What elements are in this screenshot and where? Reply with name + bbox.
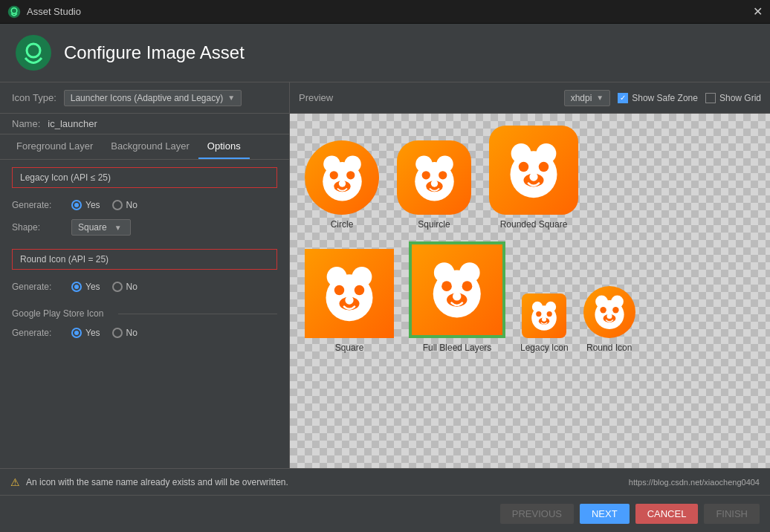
legacy-shape-label: Shape:: [12, 222, 64, 233]
round-no-radio[interactable]: No: [112, 282, 138, 292]
round-label: Round Icon: [586, 343, 632, 353]
svg-point-17: [430, 180, 437, 186]
legacy-shape-dropdown[interactable]: Square ▼: [71, 219, 131, 236]
cancel-button[interactable]: CANCEL: [635, 504, 699, 524]
preview-area: Circle: [290, 114, 770, 468]
window-title: Asset Studio: [27, 6, 81, 17]
tab-background-layer[interactable]: Background Layer: [102, 134, 198, 159]
grid-check-icon: [705, 93, 716, 103]
status-link: https://blog.csdn.net/xiaocheng0404: [629, 478, 760, 487]
legacy-yes-radio[interactable]: Yes: [71, 200, 100, 210]
round-no-label: No: [126, 282, 138, 292]
icon-type-value: Launcher Icons (Adaptive and Legacy): [71, 93, 223, 103]
svg-point-35: [441, 282, 452, 292]
svg-point-10: [338, 180, 345, 186]
footer: PREVIOUS NEXT CANCEL FINISH: [0, 495, 770, 532]
legacy-shape-row: Shape: Square ▼: [12, 215, 277, 240]
content-area: Icon Type: Launcher Icons (Adaptive and …: [0, 82, 770, 468]
google-play-no-radio[interactable]: No: [112, 328, 138, 338]
close-button[interactable]: ✕: [753, 4, 763, 19]
icons-row-2: Square: [305, 241, 755, 353]
previous-button[interactable]: PREVIOUS: [500, 504, 574, 524]
icon-type-dropdown[interactable]: Launcher Icons (Adaptive and Legacy) ▼: [64, 90, 242, 106]
legacy-no-radio-button[interactable]: [112, 200, 123, 210]
round-yes-radio-button[interactable]: [71, 282, 82, 292]
round-generate-label: Generate:: [12, 282, 64, 292]
show-grid-checkbox[interactable]: Show Grid: [705, 93, 761, 103]
rounded-square-icon-item: Rounded Square: [489, 126, 578, 230]
svg-point-15: [439, 171, 447, 179]
chevron-down-icon-2: ▼: [114, 224, 122, 232]
show-grid-label: Show Grid: [719, 93, 761, 103]
round-yes-label: Yes: [85, 282, 100, 292]
google-play-yes-radio-button[interactable]: [71, 328, 82, 338]
icons-container: Circle: [290, 114, 770, 468]
status-message: An icon with the same name already exist…: [26, 477, 288, 487]
google-play-label-row: Google Play Store Icon: [12, 304, 277, 323]
google-play-generate-radio-group: Yes No: [71, 328, 138, 338]
name-label: Name:: [12, 118, 40, 129]
round-icon-section-header: Round Icon (API = 25): [12, 249, 277, 270]
show-safe-zone-label: Show Safe Zone: [632, 93, 698, 103]
google-play-no-radio-button[interactable]: [112, 328, 123, 338]
legacy-no-radio[interactable]: No: [112, 200, 138, 210]
legacy-no-label: No: [126, 200, 138, 210]
icon-type-label: Icon Type:: [12, 92, 56, 103]
preview-controls-bar: Preview xhdpi ▼ ✓ Show Safe Zone Show Gr…: [290, 82, 770, 114]
legacy-icon-shape: [522, 293, 566, 338]
legacy-label: Legacy Icon: [520, 343, 569, 353]
full-bleed-icon-shape: [409, 241, 505, 338]
round-icon-item: Round Icon: [583, 286, 635, 353]
square-label: Square: [335, 343, 364, 353]
svg-point-50: [612, 307, 618, 313]
rounded-square-icon-shape: [489, 126, 578, 215]
show-safe-zone-checkbox[interactable]: ✓ Show Safe Zone: [618, 93, 698, 103]
left-panel: Icon Type: Launcher Icons (Adaptive and …: [0, 82, 290, 468]
tab-foreground-layer[interactable]: Foreground Layer: [7, 134, 102, 159]
density-dropdown[interactable]: xhdpi ▼: [564, 90, 611, 106]
svg-point-8: [346, 171, 355, 179]
circle-icon-item: Circle: [305, 140, 379, 230]
svg-point-21: [519, 162, 529, 172]
android-studio-logo: [15, 34, 52, 71]
tabs-bar: Foreground Layer Background Layer Option…: [0, 134, 289, 160]
google-play-no-label: No: [126, 328, 138, 338]
circle-icon-shape: [305, 140, 379, 215]
round-generate-row: Generate: Yes No: [12, 277, 277, 296]
svg-point-7: [329, 171, 337, 179]
svg-point-31: [345, 296, 353, 304]
chevron-down-icon-3: ▼: [596, 94, 604, 102]
warning-icon: ⚠: [10, 476, 20, 488]
google-play-yes-radio[interactable]: Yes: [71, 328, 100, 338]
chevron-down-icon: ▼: [227, 94, 235, 102]
svg-point-29: [355, 285, 365, 296]
rounded-square-label: Rounded Square: [500, 219, 568, 230]
legacy-generate-label: Generate:: [12, 200, 64, 210]
squircle-icon-shape: [397, 140, 471, 215]
header: Configure Image Asset: [0, 24, 770, 82]
finish-button[interactable]: FINISH: [704, 504, 760, 524]
svg-point-49: [600, 307, 606, 313]
safe-zone-check-icon: ✓: [618, 93, 628, 103]
status-bar: ⚠ An icon with the same name already exi…: [0, 468, 770, 495]
round-icon-shape: [583, 286, 635, 338]
round-no-radio-button[interactable]: [112, 282, 123, 292]
round-yes-radio[interactable]: Yes: [71, 282, 100, 292]
svg-point-2: [16, 35, 51, 71]
page-title: Configure Image Asset: [64, 42, 245, 63]
squircle-label: Squircle: [418, 219, 450, 230]
next-button[interactable]: NEXT: [580, 504, 630, 524]
full-bleed-icon-item: Full Bleed Layers: [409, 241, 505, 353]
svg-point-38: [453, 292, 461, 300]
icons-row-1: Circle: [305, 126, 755, 230]
svg-point-24: [529, 172, 537, 181]
density-value: xhdpi: [571, 93, 592, 103]
square-icon-item: Square: [305, 249, 394, 353]
title-bar-left: Asset Studio: [7, 5, 81, 19]
name-value: ic_launcher: [48, 118, 97, 129]
legacy-generate-row: Generate: Yes No: [12, 195, 277, 215]
tab-options[interactable]: Options: [198, 134, 250, 159]
legacy-yes-label: Yes: [85, 200, 100, 210]
round-generate-radio-group: Yes No: [71, 282, 138, 292]
legacy-yes-radio-button[interactable]: [71, 200, 82, 210]
